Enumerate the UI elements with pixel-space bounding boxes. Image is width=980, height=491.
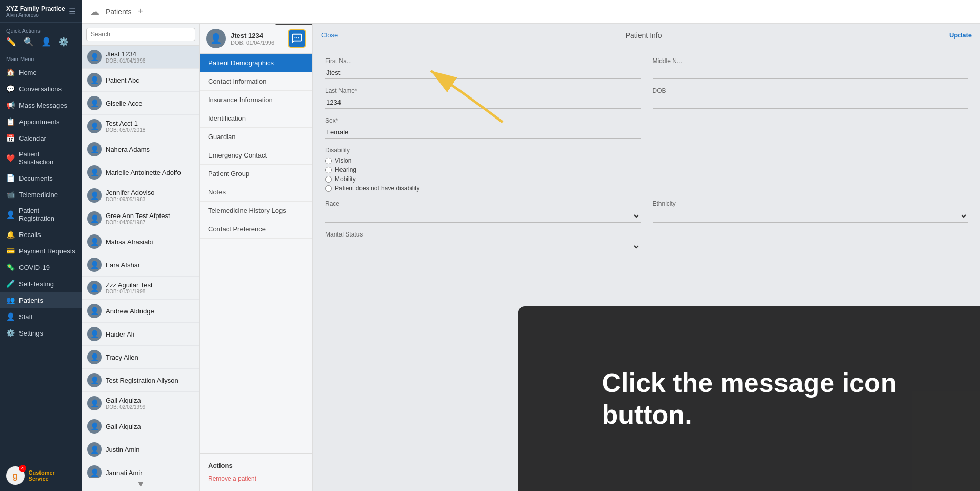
disability-label: Disability <box>325 147 968 154</box>
patient-info: Giselle Acce <box>106 100 143 107</box>
sidebar-item-patient-satisfaction[interactable]: ❤️Patient Satisfaction <box>0 146 82 170</box>
patient-info: Andrew Aldridge <box>106 307 154 315</box>
sidebar-item-self-testing[interactable]: 🧪Self-Testing <box>0 276 82 292</box>
mobility-radio[interactable] <box>325 176 332 183</box>
details-nav-item-notes[interactable]: Notes <box>200 183 312 202</box>
sidebar-item-staff[interactable]: 👤Staff <box>0 308 82 325</box>
patient-list-item[interactable]: 👤 Tracy Allen <box>82 346 199 369</box>
sidebar-item-calendar[interactable]: 📅Calendar <box>0 130 82 146</box>
topbar: ☁ Patients + <box>82 0 980 24</box>
form-title: Patient Info <box>626 31 662 40</box>
patient-info: Test Registration Allyson <box>106 377 178 384</box>
customer-service-badge[interactable]: g 4 <box>6 466 25 485</box>
sidebar-item-documents[interactable]: 📄Documents <box>0 170 82 186</box>
form-close-button[interactable]: Close <box>321 31 338 39</box>
patient-list-item[interactable]: 👤 Mahsa Afrasiabi <box>82 230 199 253</box>
patient-list-item[interactable]: 👤 Gree Ann Test Afptest DOB: 04/06/1987 <box>82 207 199 230</box>
patient-avatar: 👤 <box>87 258 102 272</box>
sidebar-footer: g 4 Customer Service <box>0 460 82 491</box>
race-select[interactable] <box>325 209 641 223</box>
new-note-icon[interactable]: ✏️ <box>6 37 16 47</box>
middle-name-input[interactable] <box>653 67 968 79</box>
vision-radio[interactable] <box>325 158 332 164</box>
sidebar-item-label: COVID-19 <box>19 264 50 271</box>
patient-name: Tracy Allen <box>106 353 138 361</box>
hearing-radio[interactable] <box>325 167 332 173</box>
patient-info: Jtest 1234 DOB: 01/04/1996 <box>106 50 145 64</box>
first-name-input[interactable] <box>325 67 641 79</box>
details-nav-item-telemedicine-history-logs[interactable]: Telemedicine History Logs <box>200 202 312 220</box>
patient-list-item[interactable]: 👤 Jannati Amir <box>82 461 199 478</box>
sidebar-icon: 📋 <box>6 117 15 126</box>
patient-list-scroll: 👤 Jtest 1234 DOB: 01/04/1996 👤 Patient A… <box>82 46 199 478</box>
patient-info: Mahsa Afrasiabi <box>106 238 153 246</box>
patient-list-item[interactable]: 👤 Gail Alquiza DOB: 02/02/1999 <box>82 392 199 415</box>
marital-status-select[interactable] <box>325 240 641 253</box>
patient-list-item[interactable]: 👤 Patient Abc <box>82 69 199 92</box>
details-nav-item-patient-group[interactable]: Patient Group <box>200 165 312 183</box>
details-nav-item-insurance-information[interactable]: Insurance Information <box>200 91 312 109</box>
patient-avatar: 👤 <box>87 188 102 203</box>
patient-list-item[interactable]: 👤 Test Registration Allyson <box>82 369 199 392</box>
details-nav-item-contact-information[interactable]: Contact Information <box>200 72 312 91</box>
topbar-add-tab-button[interactable]: + <box>138 6 144 17</box>
hamburger-icon[interactable]: ☰ <box>69 7 76 16</box>
sex-input[interactable] <box>325 126 641 139</box>
patient-avatar: 👤 <box>87 442 102 457</box>
form-update-button[interactable]: Update <box>949 31 972 39</box>
remove-patient-link[interactable]: Remove a patient <box>208 475 256 482</box>
details-nav-item-guardian[interactable]: Guardian <box>200 128 312 146</box>
patient-list-item[interactable]: 👤 Gail Alquiza <box>82 415 199 438</box>
dob-label: DOB <box>653 87 968 94</box>
sidebar-icon: 🏠 <box>6 68 15 76</box>
patient-list-item[interactable]: 👤 Jennifer Adoviso DOB: 09/05/1983 <box>82 184 199 207</box>
patient-list-item[interactable]: 👤 Jtest 1234 DOB: 01/04/1996 <box>82 46 199 69</box>
details-nav-item-emergency-contact[interactable]: Emergency Contact <box>200 146 312 165</box>
last-name-group: Last Name* <box>325 87 641 109</box>
sidebar-item-conversations[interactable]: 💬Conversations <box>0 81 82 97</box>
details-nav-item-patient-demographics[interactable]: Patient Demographics <box>200 54 312 72</box>
sidebar-menu: 🏠Home💬Conversations📢Mass Messages📋Appoin… <box>0 64 82 460</box>
sidebar-item-mass-messages[interactable]: 📢Mass Messages <box>0 97 82 113</box>
patient-name: Patient Abc <box>106 76 139 84</box>
patient-list-item[interactable]: 👤 Justin Amin <box>82 438 199 461</box>
patient-info: Marielle Antoinette Adolfo <box>106 169 181 176</box>
patient-list-item[interactable]: 👤 Andrew Aldridge <box>82 300 199 323</box>
sidebar-item-home[interactable]: 🏠Home <box>0 64 82 81</box>
no-disability-radio[interactable] <box>325 185 332 192</box>
patient-name: Test Registration Allyson <box>106 377 178 384</box>
sidebar-item-covid-19[interactable]: 🦠COVID-19 <box>0 259 82 276</box>
patient-info: Jennifer Adoviso DOB: 09/05/1983 <box>106 189 154 202</box>
filter-icon[interactable]: ⚙️ <box>58 37 69 47</box>
patient-search-input[interactable] <box>86 28 195 41</box>
ethnicity-label: Ethnicity <box>653 200 968 207</box>
add-patient-icon[interactable]: 👤 <box>41 37 51 47</box>
patient-list-item[interactable]: 👤 Nahera Adams <box>82 138 199 161</box>
sidebar-item-appointments[interactable]: 📋Appointments <box>0 113 82 130</box>
sidebar-item-settings[interactable]: ⚙️Settings <box>0 325 82 341</box>
sidebar-item-telemedicine[interactable]: 📹Telemedicine <box>0 186 82 203</box>
last-name-input[interactable] <box>325 96 641 109</box>
quick-actions-label: Quick Actions <box>0 23 82 37</box>
sidebar-item-patient-registration[interactable]: 👤Patient Registration <box>0 203 82 226</box>
mobility-option: Mobility <box>325 175 968 183</box>
sidebar-item-patients[interactable]: 👥Patients <box>0 292 82 308</box>
patient-list-item[interactable]: 👤 Marielle Antoinette Adolfo <box>82 161 199 184</box>
ethnicity-select[interactable] <box>653 209 968 223</box>
patient-name: Gree Ann Test Afptest <box>106 212 170 220</box>
details-nav-item-contact-preference[interactable]: Contact Preference <box>200 220 312 239</box>
patient-list-item[interactable]: 👤 Haider Ali <box>82 323 199 346</box>
search-icon[interactable]: 🔍 <box>24 37 34 47</box>
patient-list-item[interactable]: 👤 Test Acct 1 DOB: 05/07/2018 <box>82 115 199 138</box>
patient-list-item[interactable]: 👤 Fara Afshar <box>82 253 199 277</box>
sidebar-item-recalls[interactable]: 🔔Recalls <box>0 226 82 243</box>
sidebar: XYZ Family Practice Alvin Amoroso ☰ Quic… <box>0 0 82 491</box>
patient-avatar: 👤 <box>87 142 102 156</box>
sidebar-item-payment-requests[interactable]: 💳Payment Requests <box>0 243 82 259</box>
patient-list-item[interactable]: 👤 Zzz Aguilar Test DOB: 01/01/1998 <box>82 277 199 300</box>
patient-name: Gail Alquiza <box>106 397 145 404</box>
message-patient-button[interactable]: Message patient <box>288 29 306 48</box>
dob-input[interactable] <box>653 96 968 109</box>
details-nav-item-identification[interactable]: Identification <box>200 109 312 128</box>
patient-list-item[interactable]: 👤 Giselle Acce <box>82 92 199 115</box>
